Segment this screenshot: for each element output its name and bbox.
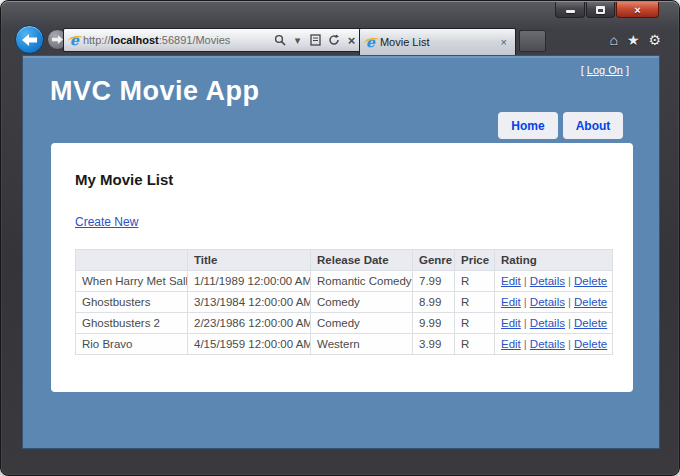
minimize-button[interactable]: [555, 2, 585, 18]
favorites-star-icon[interactable]: ★: [627, 31, 640, 49]
cell-actions: Edit|Details|Delete: [495, 334, 613, 355]
tab-title: Movie List: [380, 36, 499, 48]
forward-arrow-icon: [52, 35, 63, 44]
url-text: http://localhost:56891/Movies: [83, 34, 273, 46]
cell-date: 4/15/1959 12:00:00 AM: [188, 334, 311, 355]
delete-link[interactable]: Delete: [574, 317, 607, 329]
tab-favicon-ie-icon: e: [366, 35, 375, 49]
browser-window: × e http://localhost:56891/Movies: [0, 0, 680, 476]
table-row: Ghostbusters 3/13/1984 12:00:00 AM Comed…: [76, 292, 613, 313]
navigation-bar: e http://localhost:56891/Movies ▾: [11, 25, 671, 55]
details-link[interactable]: Details: [530, 338, 565, 350]
col-header-rating: Rating: [495, 250, 613, 271]
search-icon[interactable]: [273, 34, 286, 47]
cell-rating: R: [455, 271, 495, 292]
col-header-release-date: Release Date: [311, 250, 413, 271]
delete-link[interactable]: Delete: [574, 338, 607, 350]
refresh-icon[interactable]: [327, 34, 340, 47]
log-on-bracket-close: ]: [623, 64, 629, 76]
cell-price: 3.99: [413, 334, 455, 355]
action-separator: |: [524, 338, 527, 350]
cell-rating: R: [455, 334, 495, 355]
delete-link[interactable]: Delete: [574, 275, 607, 287]
close-button[interactable]: ×: [616, 2, 659, 18]
close-icon: ×: [634, 3, 640, 17]
cell-genre: Western: [311, 334, 413, 355]
search-dropdown-icon[interactable]: ▾: [291, 34, 304, 47]
action-separator: |: [524, 317, 527, 329]
table-row: When Harry Met Sally 1/11/1989 12:00:00 …: [76, 271, 613, 292]
action-separator: |: [524, 296, 527, 308]
compatibility-view-icon[interactable]: [309, 34, 322, 47]
movies-table: Title Release Date Genre Price Rating Wh…: [75, 249, 613, 355]
cell-price: 7.99: [413, 271, 455, 292]
col-header-genre: Genre: [413, 250, 455, 271]
cell-date: 3/13/1984 12:00:00 AM: [188, 292, 311, 313]
url-path: :56891/Movies: [159, 34, 231, 46]
address-bar-icons: ▾ ×: [273, 34, 358, 47]
menu-about-button[interactable]: About: [563, 112, 623, 139]
action-separator: |: [568, 275, 571, 287]
col-header-price: Price: [455, 250, 495, 271]
main-menu: Home About: [498, 112, 623, 139]
details-link[interactable]: Details: [530, 296, 565, 308]
table-row: Rio Bravo 4/15/1959 12:00:00 AM Western …: [76, 334, 613, 355]
cell-name: Ghostbusters 2: [76, 313, 188, 334]
home-icon[interactable]: ⌂: [609, 31, 617, 49]
app-title: MVC Movie App: [50, 76, 260, 107]
table-row: Ghostbusters 2 2/23/1986 12:00:00 AM Com…: [76, 313, 613, 334]
delete-link[interactable]: Delete: [574, 296, 607, 308]
content-card: My Movie List Create New Title Release D…: [51, 143, 633, 392]
cell-actions: Edit|Details|Delete: [495, 271, 613, 292]
cell-name: When Harry Met Sally: [76, 271, 188, 292]
col-header-title: Title: [188, 250, 311, 271]
col-header-blank: [76, 250, 188, 271]
action-separator: |: [568, 317, 571, 329]
cell-name: Rio Bravo: [76, 334, 188, 355]
action-separator: |: [524, 275, 527, 287]
address-bar[interactable]: e http://localhost:56891/Movies ▾: [63, 28, 363, 52]
edit-link[interactable]: Edit: [501, 275, 521, 287]
cell-actions: Edit|Details|Delete: [495, 313, 613, 334]
page-heading: My Movie List: [75, 171, 173, 188]
edit-link[interactable]: Edit: [501, 296, 521, 308]
menu-home-button[interactable]: Home: [498, 112, 558, 139]
back-arrow-icon: [22, 34, 37, 46]
cell-date: 1/11/1989 12:00:00 AM: [188, 271, 311, 292]
details-link[interactable]: Details: [530, 275, 565, 287]
cell-price: 9.99: [413, 313, 455, 334]
tab-close-icon[interactable]: ×: [499, 36, 509, 48]
log-on-link[interactable]: Log On: [587, 64, 623, 76]
page-viewport: [ Log On ] MVC Movie App Home About My M…: [22, 55, 660, 449]
edit-link[interactable]: Edit: [501, 338, 521, 350]
table-header-row: Title Release Date Genre Price Rating: [76, 250, 613, 271]
create-new-link[interactable]: Create New: [75, 215, 138, 229]
cell-rating: R: [455, 313, 495, 334]
new-tab-button[interactable]: [519, 30, 546, 52]
url-protocol: http://: [83, 34, 111, 46]
cell-name: Ghostbusters: [76, 292, 188, 313]
window-controls: ×: [554, 2, 659, 18]
maximize-button[interactable]: [586, 2, 615, 18]
cell-actions: Edit|Details|Delete: [495, 292, 613, 313]
edit-link[interactable]: Edit: [501, 317, 521, 329]
details-link[interactable]: Details: [530, 317, 565, 329]
url-host: localhost: [110, 34, 158, 46]
cell-rating: R: [455, 292, 495, 313]
back-button[interactable]: [15, 25, 44, 54]
cell-price: 8.99: [413, 292, 455, 313]
stop-icon[interactable]: ×: [345, 34, 358, 47]
browser-tab[interactable]: e Movie List ×: [359, 28, 516, 55]
cell-genre: Comedy: [311, 313, 413, 334]
minimize-icon: [566, 10, 575, 13]
cell-genre: Comedy: [311, 292, 413, 313]
tools-gear-icon[interactable]: ⚙: [648, 31, 661, 49]
cell-date: 2/23/1986 12:00:00 AM: [188, 313, 311, 334]
maximize-icon: [596, 6, 605, 14]
ie-favicon: e: [70, 33, 79, 47]
cell-genre: Romantic Comedy: [311, 271, 413, 292]
action-separator: |: [568, 338, 571, 350]
browser-toolbar-icons: ⌂ ★ ⚙: [609, 31, 661, 49]
action-separator: |: [568, 296, 571, 308]
log-on-area: [ Log On ]: [581, 64, 629, 76]
